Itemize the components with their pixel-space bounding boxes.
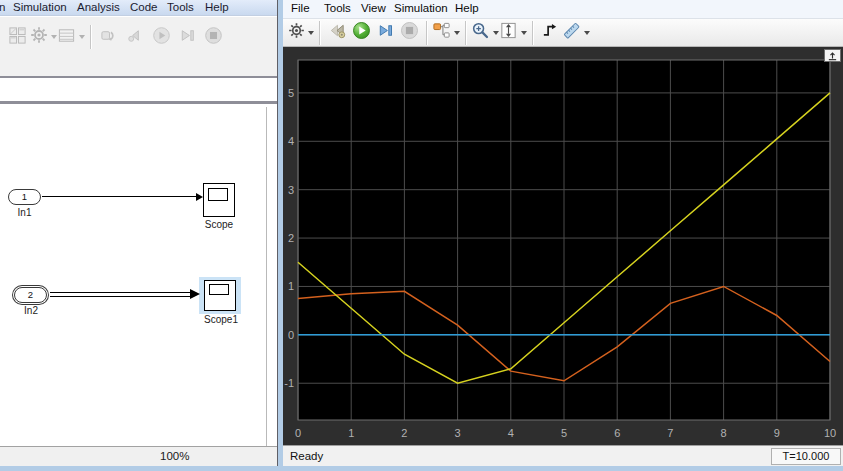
zoom-in-button[interactable] [471,21,499,45]
update-diagram-icon [100,26,119,49]
measurements-button[interactable] [562,21,590,45]
editor-menu-simulation[interactable]: Simulation [13,1,67,13]
step-back-icon [126,26,145,49]
editor-step-forward-button[interactable] [174,23,200,51]
block-scope[interactable] [203,183,235,217]
svg-text:4: 4 [508,427,514,439]
editor-statusbar: 100% [0,446,277,466]
scope-menu-simulation[interactable]: Simulation [394,2,448,14]
step-forward-icon [376,21,395,44]
in1-port-number: 1 [22,191,27,202]
measurements-dropdown-caret[interactable] [584,31,590,35]
step-forward-icon [178,26,197,49]
svg-text:5: 5 [561,427,567,439]
scope-run-button[interactable] [349,21,373,45]
svg-text:3: 3 [288,184,294,196]
editor-step-back-button[interactable] [122,23,148,51]
block-in1-label: In1 [8,207,41,218]
editor-breadcrumb-bar [0,79,277,104]
svg-text:0: 0 [295,427,301,439]
fit-dropdown-caret[interactable] [521,31,527,35]
zoom-in-icon [471,21,490,44]
scope-status-text: Ready [290,450,323,462]
editor-menu-analysis[interactable]: Analysis [77,1,120,13]
editor-run-button[interactable] [148,23,174,51]
fit-to-view-button[interactable] [499,21,527,45]
svg-text:5: 5 [288,87,294,99]
run-icon [152,26,171,49]
svg-text:10: 10 [824,427,836,439]
svg-text:2: 2 [288,232,294,244]
svg-text:1: 1 [288,280,294,292]
block-scope-label: Scope [189,219,249,230]
svg-text:1: 1 [348,427,354,439]
model-canvas[interactable]: 1 In1 Scope 2 In2 Scope1 [0,107,277,446]
update-diagram-button[interactable] [96,23,122,51]
wire-in1-to-scope[interactable] [42,196,196,197]
scope-menu-view[interactable]: View [361,2,386,14]
dock-button[interactable] [824,49,841,62]
editor-settings-button[interactable] [30,23,57,51]
model-data-dropdown-caret[interactable] [79,35,85,39]
svg-text:6: 6 [614,427,620,439]
scope-step-back-button[interactable] [325,21,349,45]
scope-window: File Tools View Simulation Help [283,0,843,466]
editor-menu-help[interactable]: Help [205,1,229,13]
simulation-time-display: T=10.000 [771,448,841,465]
window-layout-icon [8,26,27,49]
step-back-icon [328,21,347,44]
toolbar-separator [426,21,427,45]
svg-text:3: 3 [455,427,461,439]
svg-text:7: 7 [667,427,673,439]
stop-icon [400,21,419,44]
trigger-icon [541,21,560,44]
toolbar-separator [465,21,466,45]
block-scope1-label: Scope1 [186,314,256,325]
editor-menubar: n Simulation Analysis Code Tools Help [0,0,277,16]
settings-dropdown-caret[interactable] [308,31,314,35]
trigger-button[interactable] [538,21,562,45]
scope1-block-screen [209,284,229,295]
scope-menu-help[interactable]: Help [455,2,479,14]
block-in2-label: In2 [14,305,48,316]
toolbar-separator [319,21,320,45]
svg-text:4: 4 [288,135,294,147]
model-table-icon [57,26,76,49]
scope-statusbar: Ready T=10.000 [283,445,843,466]
scope-block-screen [208,188,228,201]
scope-stop-button[interactable] [397,21,421,45]
scope-menu-file[interactable]: File [291,2,310,14]
editor-menu-tools[interactable]: Tools [167,1,194,13]
signal-selector-dropdown-caret[interactable] [454,31,460,35]
fit-to-view-icon [499,21,518,44]
measurements-icon [562,21,581,44]
editor-menu-truncated[interactable]: n [0,1,5,13]
desktop: n Simulation Analysis Code Tools Help [0,0,843,471]
model-data-button[interactable] [57,23,85,51]
run-icon [352,21,371,44]
wire-in2-to-scope1[interactable] [50,292,190,297]
signal-selector-icon [432,21,451,44]
dock-icon [826,47,839,65]
scope-step-forward-button[interactable] [373,21,397,45]
editor-toolbar [0,17,277,78]
scope-settings-button[interactable] [288,21,314,45]
signal-selector-button[interactable] [432,21,460,45]
window-layout-button[interactable] [4,23,30,51]
canvas-edge-line [266,107,267,446]
svg-text:8: 8 [721,427,727,439]
stop-icon [204,26,223,49]
block-in2[interactable]: 2 [14,287,47,303]
scope-menu-tools[interactable]: Tools [324,2,351,14]
svg-text:9: 9 [774,427,780,439]
block-in1[interactable]: 1 [8,189,41,205]
editor-stop-button[interactable] [200,23,226,51]
scope-plot[interactable]: 012345678910-1012345 [283,47,843,445]
gear-icon [30,26,48,48]
editor-menu-code[interactable]: Code [130,1,158,13]
scope-toolbar [283,19,843,47]
scope-menubar: File Tools View Simulation Help [283,0,843,19]
wire-arrowhead [190,289,200,299]
scope-plot-region[interactable]: 012345678910-1012345 [283,47,843,445]
block-scope1[interactable] [204,280,236,311]
